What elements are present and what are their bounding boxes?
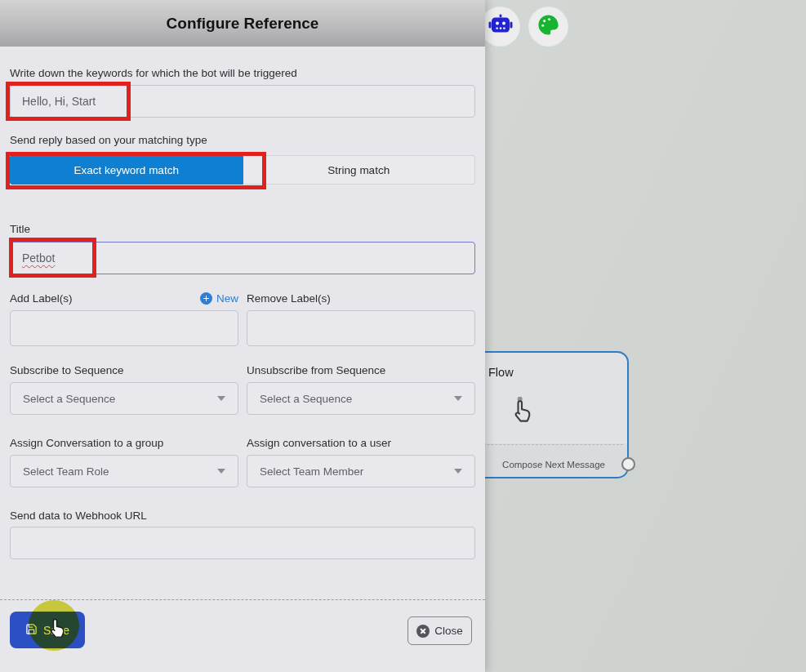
- plus-icon: [200, 292, 212, 305]
- unsubscribe-sequence-select[interactable]: Select a Sequence: [247, 382, 475, 415]
- webhook-label: Send data to Webhook URL: [10, 510, 475, 522]
- unsubscribe-sequence-label: Unsubscribe from Sequence: [247, 364, 475, 376]
- new-label-link[interactable]: New: [200, 292, 238, 305]
- caret-down-icon: [217, 469, 225, 474]
- flow-node-title: Flow: [488, 366, 514, 379]
- flow-builder-screen: Flow Compose Next Message Configure Refe…: [0, 0, 806, 672]
- title-input[interactable]: Petbot: [10, 242, 475, 274]
- modal-title: Configure Reference: [167, 15, 319, 33]
- add-labels-label: Add Label(s): [10, 292, 73, 305]
- close-button-label: Close: [434, 625, 463, 637]
- remove-labels-input[interactable]: [247, 310, 475, 346]
- add-labels-input[interactable]: [10, 310, 238, 346]
- save-icon: [25, 623, 38, 638]
- caret-down-icon: [217, 396, 225, 401]
- subscribe-sequence-select[interactable]: Select a Sequence: [10, 382, 238, 415]
- keywords-value: Hello, Hi, Start: [22, 95, 96, 108]
- new-label-text: New: [216, 292, 238, 305]
- close-x-icon: [416, 625, 430, 638]
- save-button-label: Save: [43, 624, 69, 637]
- close-button[interactable]: Close: [407, 616, 472, 645]
- webhook-input[interactable]: [10, 527, 475, 559]
- assign-user-label: Assign conversation to a user: [247, 437, 475, 449]
- robot-icon: [488, 14, 513, 39]
- bot-toolbar-button[interactable]: [481, 7, 519, 46]
- unsubscribe-sequence-value: Select a Sequence: [260, 393, 352, 405]
- configure-reference-modal: Configure Reference Write down the keywo…: [0, 0, 485, 672]
- palette-icon: [537, 13, 560, 40]
- assign-user-select[interactable]: Select Team Member: [247, 455, 475, 487]
- title-label: Title: [10, 223, 475, 235]
- assign-group-value: Select Team Role: [23, 465, 109, 478]
- subscribe-sequence-label: Subscribe to Sequence: [10, 364, 238, 376]
- assign-group-label: Assign Conversation to a group: [10, 437, 238, 449]
- flow-node-output-connector[interactable]: [621, 457, 635, 471]
- exact-keyword-match-button[interactable]: Exact keyword match: [10, 155, 243, 185]
- subscribe-sequence-value: Select a Sequence: [23, 393, 115, 405]
- caret-down-icon: [454, 469, 462, 474]
- remove-labels-label: Remove Label(s): [247, 292, 331, 305]
- modal-footer: Save Close: [0, 599, 485, 672]
- flow-node-action-label: Compose Next Message: [502, 460, 605, 470]
- assign-user-value: Select Team Member: [260, 465, 363, 478]
- matching-type-label: Send reply based on your matching type: [10, 134, 475, 146]
- string-match-button[interactable]: String match: [243, 155, 476, 185]
- keywords-label: Write down the keywords for which the bo…: [10, 67, 475, 79]
- modal-header: Configure Reference: [0, 0, 485, 47]
- caret-down-icon: [454, 396, 462, 401]
- title-value: Petbot: [22, 251, 55, 265]
- matching-type-segmented-control: Exact keyword match String match: [10, 155, 475, 185]
- theme-toolbar-button[interactable]: [529, 7, 568, 46]
- hand-tap-icon: [510, 395, 534, 428]
- modal-body: Write down the keywords for which the bo…: [0, 67, 485, 559]
- assign-group-select[interactable]: Select Team Role: [10, 455, 238, 487]
- keywords-input[interactable]: Hello, Hi, Start: [10, 85, 475, 118]
- save-button[interactable]: Save: [10, 612, 85, 648]
